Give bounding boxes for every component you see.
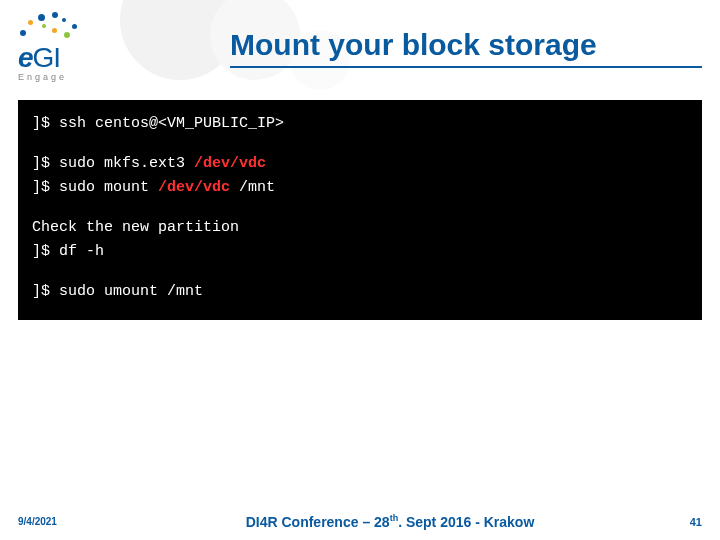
device-path: /dev/vdc [194,155,266,172]
logo-subtext: Engage [18,72,130,82]
terminal-block: ]$ ssh centos@<VM_PUBLIC_IP> ]$ sudo mkf… [18,100,702,320]
terminal-line: ]$ sudo mount /dev/vdc /mnt [32,176,688,200]
slide-footer: 9/4/2021 DI4R Conference – 28th. Sept 20… [0,513,720,530]
terminal-line: ]$ ssh centos@<VM_PUBLIC_IP> [32,112,688,136]
logo-text: eGI [18,42,130,74]
slide-title: Mount your block storage [230,28,702,62]
terminal-group: ]$ sudo mkfs.ext3 /dev/vdc ]$ sudo mount… [32,152,688,200]
terminal-group: Check the new partition ]$ df -h [32,216,688,264]
egi-logo: eGI Engage [18,10,130,82]
command-text: ssh centos@<VM_PUBLIC_IP> [59,115,284,132]
footer-date: 9/4/2021 [18,516,118,527]
device-path: /dev/vdc [158,179,230,196]
terminal-line: ]$ sudo umount /mnt [32,280,688,304]
comment-text: Check the new partition [32,216,688,240]
prompt: ]$ [32,179,59,196]
terminal-line: ]$ sudo mkfs.ext3 /dev/vdc [32,152,688,176]
prompt: ]$ [32,115,59,132]
prompt: ]$ [32,155,59,172]
terminal-line: ]$ df -h [32,240,688,264]
command-text: /mnt [230,179,275,196]
command-text: sudo umount /mnt [59,283,203,300]
command-text: df -h [59,243,104,260]
prompt: ]$ [32,283,59,300]
title-underline [230,66,702,68]
prompt: ]$ [32,243,59,260]
command-text: sudo mount [59,179,158,196]
slide-number: 41 [662,516,702,528]
command-text: sudo mkfs.ext3 [59,155,194,172]
slide-header: eGI Engage Mount your block storage [0,0,720,82]
footer-conference: DI4R Conference – 28th. Sept 2016 - Krak… [118,513,662,530]
logo-dots-icon [18,10,78,40]
